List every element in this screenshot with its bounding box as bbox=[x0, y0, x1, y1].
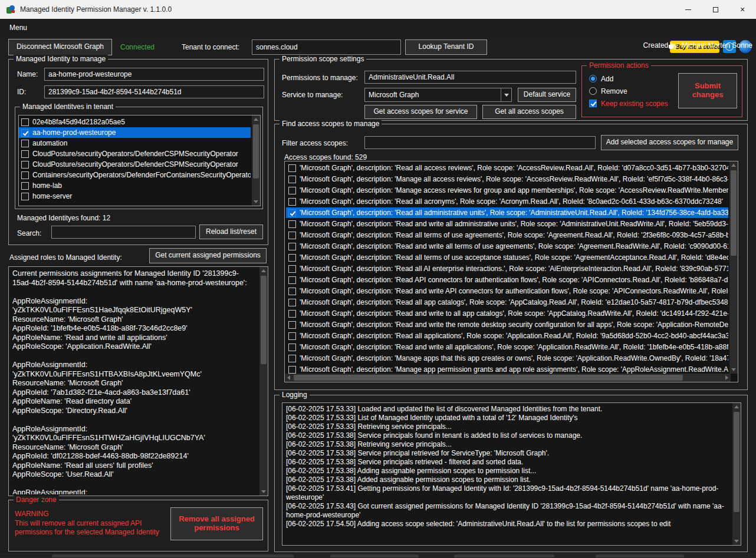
menu-item-menu[interactable]: Menu bbox=[7, 19, 29, 37]
add-radio-label[interactable]: Add bbox=[601, 75, 613, 83]
scopes-vscrollbar[interactable] bbox=[729, 161, 738, 374]
identity-row-checkbox[interactable] bbox=[21, 150, 29, 158]
scopes-hscrollbar-thumb[interactable] bbox=[294, 375, 683, 381]
scope-row-checkbox[interactable] bbox=[288, 176, 296, 183]
service-select[interactable]: Microsoft Graph bbox=[364, 88, 512, 102]
identities-scrollbar-thumb[interactable] bbox=[253, 124, 259, 179]
identity-id-input[interactable] bbox=[44, 85, 264, 98]
scope-row[interactable]: 'Microsoft Graph', description: 'Read al… bbox=[286, 331, 728, 341]
scope-row[interactable]: 'Microsoft Graph', description: 'Read al… bbox=[286, 207, 728, 218]
scope-row[interactable]: 'Microsoft Graph', description: 'Manage … bbox=[286, 353, 728, 364]
remove-radio[interactable] bbox=[589, 87, 597, 95]
assigned-scrollbar[interactable] bbox=[259, 267, 268, 496]
identity-row[interactable]: aa-home-prod-westeurope bbox=[19, 127, 251, 138]
scope-row-checkbox[interactable] bbox=[288, 355, 296, 362]
scope-row-checkbox[interactable] bbox=[288, 254, 296, 262]
permissions-to-manage-input[interactable] bbox=[364, 71, 576, 84]
submit-changes-button[interactable]: Submit changes bbox=[678, 73, 737, 108]
identity-row-checkbox[interactable] bbox=[21, 193, 29, 200]
scope-row[interactable]: 'Microsoft Graph', description: 'Read al… bbox=[286, 252, 728, 263]
scope-row-checkbox[interactable] bbox=[288, 220, 296, 228]
disconnect-graph-button[interactable]: Disconnect Microsoft Graph bbox=[8, 39, 112, 55]
scope-row[interactable]: 'Microsoft Graph', description: 'Read an… bbox=[286, 219, 728, 229]
scope-row[interactable]: 'Microsoft Graph', description: 'Read al… bbox=[286, 297, 728, 308]
identity-row-checkbox[interactable] bbox=[21, 182, 29, 190]
log-scrollbar-thumb[interactable] bbox=[734, 412, 739, 512]
identity-row[interactable]: home-server bbox=[19, 191, 251, 202]
tenant-input[interactable] bbox=[252, 39, 401, 55]
scope-row[interactable]: 'Microsoft Graph', description: 'Read al… bbox=[286, 196, 728, 207]
identity-row[interactable]: CloudPosture/securityOperators/DefenderC… bbox=[19, 148, 251, 159]
keep-existing-checkbox[interactable] bbox=[589, 100, 597, 107]
identity-row-checkbox[interactable] bbox=[21, 161, 29, 169]
scopes-vscrollbar-thumb[interactable] bbox=[731, 170, 737, 256]
keep-existing-label[interactable]: Keep existing scopes bbox=[601, 100, 668, 108]
scope-row[interactable]: 'Microsoft Graph', description: 'Read an… bbox=[286, 308, 728, 319]
scope-row[interactable]: 'Microsoft Graph', description: 'Read an… bbox=[286, 319, 728, 330]
scope-row-checkbox[interactable] bbox=[288, 332, 296, 340]
maximize-button[interactable] bbox=[702, 0, 729, 19]
lookup-tenant-button[interactable]: Lookup Tenant ID bbox=[405, 39, 487, 55]
scope-row[interactable]: 'Microsoft Graph', description: 'Read al… bbox=[286, 163, 728, 173]
identity-row[interactable]: CloudPosture/securityOperators/DefenderC… bbox=[19, 159, 251, 170]
reload-list-button[interactable]: Reload list/reset bbox=[199, 224, 263, 239]
identity-row-checkbox[interactable] bbox=[21, 129, 29, 137]
search-input[interactable] bbox=[51, 226, 196, 239]
scope-row[interactable]: 'Microsoft Graph', description: 'Read an… bbox=[286, 286, 728, 296]
default-service-button[interactable]: Default service bbox=[518, 88, 576, 102]
scope-row-checkbox[interactable] bbox=[288, 310, 296, 318]
log-output[interactable]: [06-02-2025 17.53.33] Loaded and updated… bbox=[282, 402, 741, 546]
scroll-up-icon[interactable] bbox=[254, 118, 258, 121]
identity-row-checkbox[interactable] bbox=[21, 118, 29, 126]
assigned-scrollbar-thumb[interactable] bbox=[261, 276, 267, 364]
scroll-up-icon[interactable] bbox=[734, 405, 739, 408]
scroll-right-icon[interactable] bbox=[725, 375, 728, 380]
assigned-permissions-textarea[interactable]: Current permissions assignments for Mana… bbox=[8, 266, 268, 496]
identities-list[interactable]: 02e4b8fa45d94d2182a05ae5 aa-home-prod-we… bbox=[18, 115, 261, 206]
scope-row[interactable]: 'Microsoft Graph', description: 'Read al… bbox=[286, 263, 728, 274]
scope-row-checkbox[interactable] bbox=[288, 209, 296, 217]
identity-row[interactable]: Containers/securityOperators/DefenderFor… bbox=[19, 170, 251, 180]
scroll-up-icon[interactable] bbox=[261, 269, 266, 272]
remove-all-permissions-button[interactable]: Remove all assigned permissions bbox=[170, 507, 263, 540]
get-all-scopes-button[interactable]: Get all access scopes bbox=[482, 105, 576, 119]
scope-row-checkbox[interactable] bbox=[288, 366, 296, 374]
identity-row[interactable]: 02e4b8fa45d94d2182a05ae5 bbox=[19, 117, 251, 127]
add-radio[interactable] bbox=[589, 75, 597, 82]
scroll-down-icon[interactable] bbox=[734, 540, 739, 543]
scope-row[interactable]: 'Microsoft Graph', description: 'Manage … bbox=[286, 174, 728, 184]
get-assigned-permissions-button[interactable]: Get current assigned permissions bbox=[149, 248, 267, 263]
identity-row-checkbox[interactable] bbox=[21, 140, 29, 147]
scope-row[interactable]: 'Microsoft Graph', description: 'Read an… bbox=[286, 241, 728, 252]
scroll-down-icon[interactable] bbox=[731, 368, 736, 371]
scope-row[interactable]: 'Microsoft Graph', description: 'Read al… bbox=[286, 230, 728, 240]
scope-row-checkbox[interactable] bbox=[288, 265, 296, 273]
scope-row-checkbox[interactable] bbox=[288, 344, 296, 351]
filter-scopes-input[interactable] bbox=[364, 136, 596, 149]
close-button[interactable]: × bbox=[729, 0, 756, 19]
scope-row[interactable]: 'Microsoft Graph', description: 'Read an… bbox=[286, 342, 728, 352]
scope-row-checkbox[interactable] bbox=[288, 198, 296, 206]
scope-row-checkbox[interactable] bbox=[288, 288, 296, 295]
identities-scrollbar[interactable] bbox=[252, 115, 260, 206]
scope-row[interactable]: 'Microsoft Graph', description: 'Manage … bbox=[286, 185, 728, 196]
minimize-button[interactable] bbox=[675, 0, 702, 19]
scope-row-checkbox[interactable] bbox=[288, 243, 296, 250]
scope-row-checkbox[interactable] bbox=[288, 164, 296, 172]
log-scrollbar[interactable] bbox=[732, 403, 741, 545]
scope-row-checkbox[interactable] bbox=[288, 187, 296, 194]
get-scopes-for-service-button[interactable]: Get access scopes for service bbox=[364, 105, 477, 119]
identity-name-input[interactable] bbox=[44, 68, 264, 81]
scroll-left-icon[interactable] bbox=[287, 375, 290, 380]
scroll-down-icon[interactable] bbox=[261, 490, 266, 493]
scope-row-checkbox[interactable] bbox=[288, 321, 296, 329]
remove-radio-label[interactable]: Remove bbox=[601, 87, 627, 95]
identity-row[interactable]: home-lab bbox=[19, 180, 251, 191]
scope-row-checkbox[interactable] bbox=[288, 232, 296, 239]
scope-row-checkbox[interactable] bbox=[288, 299, 296, 306]
identity-row-checkbox[interactable] bbox=[21, 171, 29, 179]
scope-row[interactable]: 'Microsoft Graph', description: 'Read AP… bbox=[286, 275, 728, 285]
add-selected-scopes-button[interactable]: Add selected access scopes for manage bbox=[601, 135, 738, 150]
scopes-hscrollbar[interactable] bbox=[285, 374, 731, 382]
identity-row[interactable]: automation bbox=[19, 138, 251, 148]
